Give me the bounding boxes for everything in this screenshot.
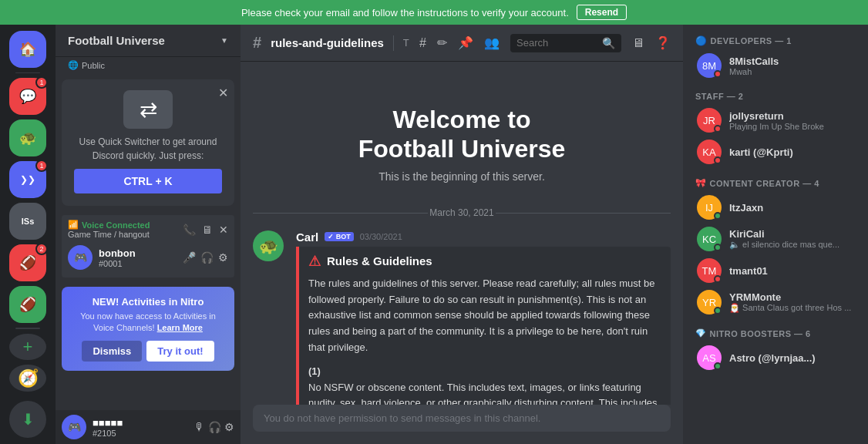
nitro-title: NEW! Activities in Nitro xyxy=(71,296,225,308)
member-name-kiricali: KiriCali xyxy=(729,228,859,240)
settings-icon[interactable]: ⚙ xyxy=(218,251,228,264)
server-icon-3[interactable]: ❯❯ 1 xyxy=(9,161,46,198)
server-badge-3: 1 xyxy=(35,160,48,172)
member-row-yrmmonte[interactable]: YR YRMMonte 🎅 Santa Claus got three Hos … xyxy=(686,287,865,318)
member-row-jollysreturn[interactable]: JR jollysreturn Playing Im Up She Broke xyxy=(686,105,865,136)
rules-title: ⚠ Rules & Guidelines xyxy=(308,253,661,270)
nitro-try-button[interactable]: Try it out! xyxy=(146,341,214,362)
member-info-jollys: jollysreturn Playing Im Up She Broke xyxy=(729,110,859,131)
welcome-section: Welcome to Football Universe This is the… xyxy=(241,74,683,198)
member-info-kiricali: KiriCali 🔈 el silencio dice mas que... xyxy=(729,228,859,250)
messages-area: Welcome to Football Universe This is the… xyxy=(241,62,683,405)
member-avatar-kiricali: KC xyxy=(697,227,722,251)
server-icon-2[interactable]: 🐢 xyxy=(9,119,46,156)
member-status-dnd xyxy=(714,70,722,78)
download-button[interactable]: ⬇ xyxy=(9,401,46,438)
quick-switcher-arrows-icon: ⇄ xyxy=(123,90,173,129)
member-name-karti: karti (@Kprti) xyxy=(729,146,859,158)
member-status-kiricali xyxy=(714,244,722,251)
help-icon[interactable]: ❓ xyxy=(655,35,671,50)
section-header: (1) xyxy=(308,365,321,377)
bot-avatar: 🐢 xyxy=(253,230,284,261)
headphone-icon[interactable]: 🎧 xyxy=(200,251,214,264)
member-status-itzjaxn xyxy=(714,212,722,220)
discord-home-icon[interactable]: 🏠 xyxy=(9,31,46,68)
chevron-down-icon: ▼ xyxy=(220,36,228,45)
member-row-8mistcalls[interactable]: 8M 8MistCalls Mwah xyxy=(686,50,865,81)
pin-icon[interactable]: 📌 xyxy=(458,35,473,50)
voice-header: 📶 Voice Connected Game Time / hangout 📞 … xyxy=(68,220,228,239)
quick-switcher-shortcut[interactable]: CTRL + K xyxy=(74,169,222,193)
member-status-karti xyxy=(714,156,722,164)
server-divider xyxy=(15,72,40,73)
server-icon-5[interactable]: 🏈 2 xyxy=(9,244,46,281)
server-icon-6[interactable]: 🏈 xyxy=(9,286,46,323)
right-panel: 🔵 DEVELOPERS — 1 8M 8MistCalls Mwah STAF… xyxy=(683,25,868,444)
message-timestamp: 03/30/2021 xyxy=(360,232,402,241)
members-section-developers: 🔵 DEVELOPERS — 1 8M 8MistCalls Mwah xyxy=(683,31,868,81)
nitro-dismiss-button[interactable]: Dismiss xyxy=(82,341,142,362)
resend-button[interactable]: Resend xyxy=(577,5,627,20)
mic-icon[interactable]: 🎤 xyxy=(183,251,196,264)
hashtag-icon[interactable]: # xyxy=(419,36,426,50)
nitro-learn-more-link[interactable]: Learn More xyxy=(157,323,203,332)
member-row-tmant01[interactable]: TM tmant01 xyxy=(686,255,865,286)
message-row: 🐢 Carl ✓ BOT 03/30/2021 ⚠ Rules & Guid xyxy=(241,227,683,405)
notification-bar: Please check your email and follow the i… xyxy=(0,0,868,25)
welcome-subtitle: This is the beginning of this server. xyxy=(256,170,668,183)
section-header-developers: 🔵 DEVELOPERS — 1 xyxy=(683,31,868,49)
server-icon-iss[interactable]: ISs xyxy=(9,203,46,240)
message-input-box: You do not have permission to send messa… xyxy=(253,405,671,432)
member-name: 8MistCalls xyxy=(729,56,859,67)
server-badge-5: 2 xyxy=(35,243,48,255)
member-avatar-itzjaxn: IJ xyxy=(697,195,722,220)
member-activity-yrmmonte: 🎅 Santa Claus got three Hos ... xyxy=(729,303,859,313)
user-settings-icon[interactable]: ⚙ xyxy=(224,421,234,433)
voice-phone-icon[interactable]: 📞 xyxy=(183,224,196,236)
main-content: # rules-and-guidelines The rules and gui… xyxy=(241,25,683,444)
member-avatar-yrmmonte: YR xyxy=(697,290,722,314)
search-bar[interactable]: 🔍 xyxy=(510,34,621,52)
header-icons: # ✏ 📌 👥 🔍 🖥 ❓ xyxy=(419,34,671,52)
inbox-icon[interactable]: 🖥 xyxy=(632,36,644,50)
server-divider-2 xyxy=(15,328,40,328)
mute-icon[interactable]: 🎙 xyxy=(194,421,205,433)
member-name-jollys: jollysreturn xyxy=(729,110,859,122)
members-section-content-creator: 🎀 CONTENT CREATOR — 4 IJ ItzJaxn KC Ki xyxy=(683,173,868,318)
close-icon[interactable]: ✕ xyxy=(218,86,228,100)
notif-text: Please check your email and follow the i… xyxy=(241,7,569,18)
member-row-karti[interactable]: KA karti (@Kprti) xyxy=(686,136,865,167)
member-status-tmant01 xyxy=(714,275,722,283)
deafen-icon[interactable]: 🎧 xyxy=(208,421,221,433)
voice-leave-icon[interactable]: ✕ xyxy=(219,224,228,236)
discover-button[interactable]: 🧭 xyxy=(9,365,46,392)
member-info-8mistcalls: 8MistCalls Mwah xyxy=(729,56,859,76)
message-content: Carl ✓ BOT 03/30/2021 ⚠ Rules & Guidelin… xyxy=(296,230,671,405)
rules-body: The rules and guidelines of this server.… xyxy=(308,276,661,356)
section-header-content-creator: 🎀 CONTENT CREATOR — 4 xyxy=(683,173,868,191)
quick-switcher-desc: Use Quick Switcher to get around Discord… xyxy=(74,135,222,163)
edit-icon[interactable]: ✏ xyxy=(437,35,447,50)
member-avatar-astro: AS xyxy=(697,345,722,370)
member-info-astro: Astro (@lyrnjaa...) xyxy=(729,352,859,364)
nitro-promo-banner: NEW! Activities in Nitro You now have ac… xyxy=(62,287,234,371)
members-section-staff: STAFF — 2 JR jollysreturn Playing Im Up … xyxy=(683,87,868,167)
member-row-itzjaxn[interactable]: IJ ItzJaxn xyxy=(686,192,865,223)
voice-user-info: bonbon #0001 xyxy=(99,247,177,268)
message-input-area: You do not have permission to send messa… xyxy=(241,405,683,444)
members-icon[interactable]: 👥 xyxy=(484,35,500,50)
member-info-yrmmonte: YRMMonte 🎅 Santa Claus got three Hos ... xyxy=(729,291,859,313)
member-info-itzjaxn: ItzJaxn xyxy=(729,202,859,214)
member-avatar-jollys: JR xyxy=(697,108,722,133)
server-name-header[interactable]: Football Universe ▼ xyxy=(56,25,241,57)
user-avatar: 🎮 xyxy=(62,415,86,439)
add-server-button[interactable]: + xyxy=(9,334,46,361)
user-tag: #2105 xyxy=(93,429,188,438)
search-input[interactable] xyxy=(516,37,597,49)
voice-screen-icon[interactable]: 🖥 xyxy=(202,224,213,236)
rules-box: ⚠ Rules & Guidelines The rules and guide… xyxy=(296,247,671,405)
message-author: Carl xyxy=(296,230,318,244)
member-row-astro[interactable]: AS Astro (@lyrnjaa...) xyxy=(686,342,865,373)
server-icon-1[interactable]: 💬 1 xyxy=(9,78,46,115)
member-row-kiricali[interactable]: KC KiriCali 🔈 el silencio dice mas que..… xyxy=(686,224,865,254)
